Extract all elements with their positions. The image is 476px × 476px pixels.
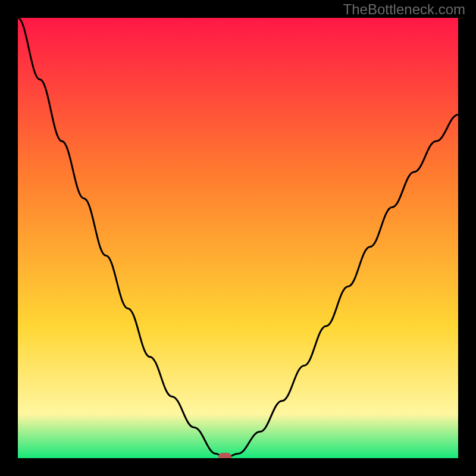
chart-container: TheBottleneck.com bbox=[0, 0, 476, 476]
curve-layer bbox=[18, 18, 458, 458]
plot-area bbox=[18, 18, 458, 458]
bottleneck-curve bbox=[18, 18, 458, 458]
watermark-text: TheBottleneck.com bbox=[343, 1, 465, 18]
optimal-marker bbox=[218, 453, 231, 458]
